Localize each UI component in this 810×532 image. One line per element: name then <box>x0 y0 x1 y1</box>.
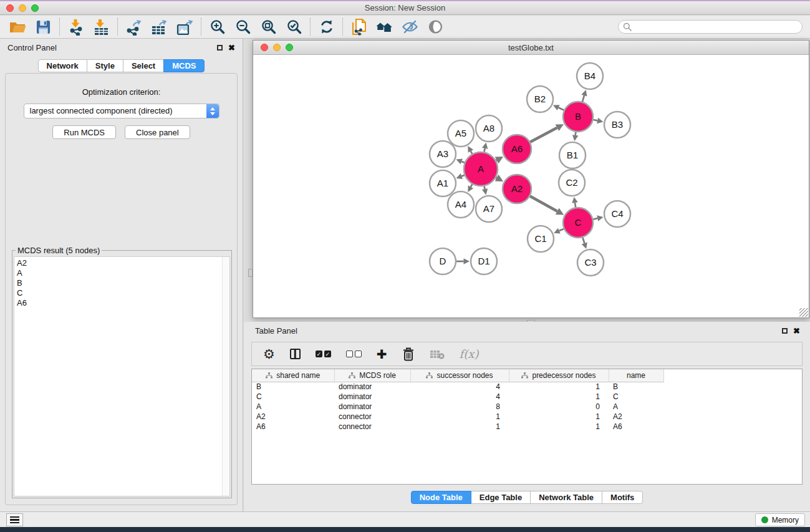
zoom-window-icon[interactable] <box>31 4 39 12</box>
table-cell[interactable]: A <box>252 402 334 412</box>
graph-node-C2[interactable]: C2 <box>559 170 585 196</box>
graph-node-A8[interactable]: A8 <box>476 115 502 142</box>
run-mcds-button[interactable]: Run MCDS <box>52 125 116 139</box>
tab-style[interactable]: Style <box>87 59 123 72</box>
graph-node-A2[interactable]: A2 <box>503 175 531 203</box>
import-network-button[interactable] <box>63 17 89 37</box>
network-window-titlebar[interactable]: testGlobe.txt <box>253 41 809 55</box>
zoom-selected-button[interactable] <box>281 17 307 37</box>
table-cell[interactable]: C <box>252 392 334 402</box>
graph-edge-C-C2[interactable] <box>575 203 576 207</box>
deselect-all-columns-icon[interactable] <box>346 351 362 357</box>
table-cell[interactable]: dominator <box>334 402 410 412</box>
table-cell[interactable]: A6 <box>609 422 663 432</box>
export-image-button[interactable] <box>172 17 198 37</box>
close-panel-button[interactable]: Close panel <box>125 125 190 139</box>
network-graph[interactable]: B4B2BB3A5A8A6A3B1AA1C2A2A4A7CC4C1C3DD1 <box>253 56 809 317</box>
float-panel-icon[interactable] <box>217 45 223 51</box>
zoom-in-button[interactable] <box>205 17 230 37</box>
graph-node-C4[interactable]: C4 <box>604 201 630 227</box>
delete-column-icon[interactable] <box>402 347 415 361</box>
close-table-panel-icon[interactable]: ✖ <box>793 327 800 335</box>
home-button[interactable] <box>372 17 397 37</box>
criterion-select[interactable]: largest connected component (directed) <box>24 104 219 118</box>
graph-edge-C-C4[interactable] <box>593 218 597 220</box>
graph-node-A3[interactable]: A3 <box>430 141 456 167</box>
task-history-button[interactable] <box>6 513 23 526</box>
column-header-name[interactable]: name <box>609 369 663 382</box>
mcds-result-list[interactable]: A2ABCA6 <box>14 256 230 496</box>
import-table-button[interactable] <box>89 17 114 37</box>
table-cell[interactable]: A2 <box>609 412 663 422</box>
graph-edge-B-B1[interactable] <box>576 132 576 135</box>
table-cell[interactable]: B <box>252 382 334 392</box>
graph-edge-A-A4[interactable] <box>471 184 472 186</box>
tab-network[interactable]: Network <box>38 59 87 72</box>
select-all-columns-icon[interactable]: ✓✓ <box>316 351 331 357</box>
resize-grip-icon[interactable] <box>799 308 808 317</box>
graph-node-B[interactable]: B <box>563 102 593 132</box>
refresh-view-button[interactable] <box>314 17 339 37</box>
graph-node-A4[interactable]: A4 <box>448 191 474 218</box>
table-cell[interactable]: 1 <box>410 422 509 432</box>
graph-edge-A-A3[interactable] <box>461 162 465 163</box>
graph-node-A[interactable]: A <box>464 152 498 186</box>
clone-network-button[interactable] <box>346 17 372 37</box>
column-header-MCDS-role[interactable]: MCDS role <box>334 369 410 382</box>
graph-edge-A2-C[interactable] <box>530 196 557 211</box>
table-row[interactable]: Bdominator41B <box>252 382 802 392</box>
graph-node-A1[interactable]: A1 <box>430 170 456 196</box>
table-cell[interactable]: A <box>609 402 663 412</box>
table-cell[interactable]: A2 <box>252 412 334 422</box>
graph-edge-B-B4[interactable] <box>582 95 584 102</box>
graph-edge-A-A7[interactable] <box>485 186 485 189</box>
table-options-icon[interactable]: ⚙ <box>263 347 275 360</box>
graph-node-C1[interactable]: C1 <box>528 226 554 252</box>
minimize-network-icon[interactable] <box>273 44 281 51</box>
close-network-icon[interactable] <box>261 44 268 51</box>
close-panel-icon[interactable]: ✖ <box>228 44 235 52</box>
table-cell[interactable]: dominator <box>334 392 410 402</box>
tab-node-table[interactable]: Node Table <box>411 491 471 504</box>
table-cell[interactable]: B <box>609 382 663 392</box>
graph-node-D1[interactable]: D1 <box>471 248 497 274</box>
open-session-button[interactable] <box>5 17 31 37</box>
table-cell[interactable]: C <box>609 392 663 402</box>
graph-edge-C-C3[interactable] <box>582 238 584 243</box>
show-graphics-details-button[interactable] <box>423 17 448 37</box>
network-canvas[interactable]: B4B2BB3A5A8A6A3B1AA1C2A2A4A7CC4C1C3DD1 <box>253 56 809 317</box>
memory-button[interactable]: Memory <box>755 513 805 526</box>
table-cell[interactable]: dominator <box>334 382 410 392</box>
vertical-scroll-thumb[interactable] <box>248 269 253 277</box>
graph-node-B2[interactable]: B2 <box>527 86 553 112</box>
table-cell[interactable]: 4 <box>410 382 509 392</box>
tab-motifs[interactable]: Motifs <box>602 491 643 504</box>
zoom-network-icon[interactable] <box>286 44 293 51</box>
graph-edge-A6-B[interactable] <box>530 128 557 142</box>
minimize-window-icon[interactable] <box>19 4 26 12</box>
graph-edge-A-A5[interactable] <box>471 151 472 153</box>
table-cell[interactable]: 1 <box>509 422 609 432</box>
graph-node-B1[interactable]: B1 <box>559 142 586 168</box>
table-cell[interactable]: 1 <box>410 412 509 422</box>
tab-edge-table[interactable]: Edge Table <box>471 491 531 504</box>
mcds-result-item[interactable]: A <box>17 268 229 278</box>
tab-select[interactable]: Select <box>123 59 164 72</box>
graph-edge-A-A8[interactable] <box>484 148 485 152</box>
search-input[interactable] <box>618 20 803 34</box>
column-header-shared-name[interactable]: shared name <box>252 369 334 382</box>
table-cell[interactable]: 0 <box>509 402 609 412</box>
tab-mcds[interactable]: MCDS <box>163 59 205 72</box>
graph-node-B3[interactable]: B3 <box>604 112 630 138</box>
mcds-result-item[interactable]: B <box>17 278 229 288</box>
graph-node-C3[interactable]: C3 <box>577 249 604 276</box>
graph-edge-B-B3[interactable] <box>593 120 597 120</box>
graph-node-A6[interactable]: A6 <box>503 135 531 163</box>
show-columns-icon[interactable] <box>290 349 301 359</box>
table-cell[interactable]: 1 <box>509 412 609 422</box>
graph-node-C[interactable]: C <box>563 208 593 238</box>
zoom-out-button[interactable] <box>230 17 256 37</box>
table-row[interactable]: A6connector11A6 <box>252 422 802 432</box>
zoom-fit-button[interactable] <box>256 17 281 37</box>
graph-node-A5[interactable]: A5 <box>448 120 474 147</box>
